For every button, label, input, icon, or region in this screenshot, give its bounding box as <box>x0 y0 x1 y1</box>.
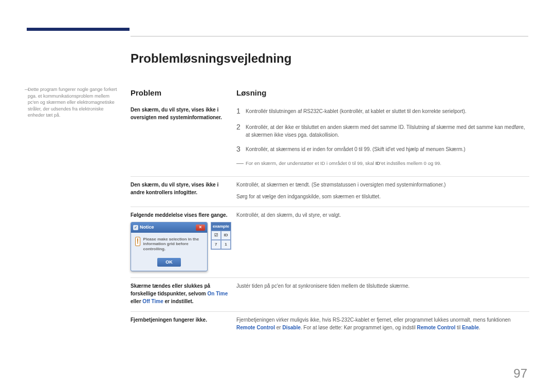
example-cell: ID <box>221 231 231 240</box>
problem-text: Følgende meddelelse vises flere gange. <box>131 212 227 218</box>
sol-seg: er <box>275 325 282 330</box>
problem-text: Den skærm, du vil styre, vises ikke i ov… <box>131 106 236 170</box>
problem-text: Den skærm, du vil styre, vises ikke i an… <box>131 181 236 200</box>
sol-seg: Fjernbetjeningen virker muligvis ikke, h… <box>236 317 511 323</box>
remote-control-label: Remote Control <box>417 325 455 330</box>
header-accent-bar <box>27 28 130 31</box>
dialog-footer: OK <box>131 256 207 271</box>
remote-control-label: Remote Control <box>236 325 275 330</box>
on-time-label: On Time <box>208 291 228 296</box>
solution-text: Sørg for at vælge den indgangskilde, som… <box>236 193 529 200</box>
dialog-icon: ✓ <box>133 225 138 230</box>
example-cell: 7 <box>211 240 221 249</box>
column-header-solution: Løsning <box>236 88 266 97</box>
sol-seg: . For at løse dette: Kør programmet igen… <box>301 325 417 330</box>
note-post: 'et indstilles mellem 0 og 99. <box>380 160 441 166</box>
disable-label: Disable <box>282 325 301 330</box>
solution-text: Kontrollér, at skærmen er tændt. (Se str… <box>236 181 529 189</box>
ok-button: OK <box>157 258 181 267</box>
step-number: 2 <box>236 122 246 139</box>
table-row: Følgende meddelelse vises flere gange. ✓… <box>131 207 529 278</box>
solution-text: Justér tiden på pc'en for at synkroniser… <box>236 282 529 290</box>
troubleshooting-table: Den skærm, du vil styre, vises ikke i ov… <box>131 102 529 338</box>
solution-cell: Fjernbetjeningen virker muligvis ikke, h… <box>236 316 529 331</box>
dash-icon <box>236 163 244 164</box>
off-time-label: Off Time <box>142 298 163 304</box>
solution-text: Kontrollér, at den skærm, du vil styre, … <box>236 211 529 219</box>
dialog-body: ! Please make selection in the informati… <box>131 233 207 256</box>
page-number: 97 <box>513 366 527 381</box>
table-row: Fjernbetjeningen fungerer ikke. Fjernbet… <box>131 312 529 338</box>
dialog-screenshot: ✓ Notice × ! Please make selection in th… <box>131 222 231 271</box>
step-number: 3 <box>236 144 246 155</box>
column-header-problem: Problem <box>131 88 161 97</box>
note-pre: For en skærm, der understøtter et ID i o… <box>246 160 375 166</box>
dialog-message: Please make selection in the information… <box>143 237 203 252</box>
problem-post: er indstillet. <box>163 298 194 304</box>
example-cell: 1 <box>221 240 231 249</box>
solution-step: 1 Kontrollér tilslutningen af RS232C-kab… <box>236 106 529 117</box>
solution-cell: Kontrollér, at den skærm, du vil styre, … <box>236 211 529 271</box>
table-row: Den skærm, du vil styre, vises ikke i an… <box>131 177 529 207</box>
note-bold: ID <box>375 160 380 166</box>
example-panel: example ☑ ID 7 1 <box>211 222 231 250</box>
step-text: Kontrollér tilslutningen af RS232C-kable… <box>246 106 529 117</box>
problem-pre: Skærme tændes eller slukkes på forskelli… <box>131 283 210 296</box>
margin-note: ― Dette program fungerer nogle gange for… <box>28 86 120 119</box>
step-text: Kontrollér, at skærmens id er inden for … <box>246 144 529 155</box>
example-cell: ☑ <box>211 231 221 240</box>
example-label: example <box>211 222 231 231</box>
margin-note-text: Dette program fungerer nogle gange forke… <box>28 87 117 118</box>
solution-rich-text: Fjernbetjeningen virker muligvis ikke, h… <box>236 316 529 331</box>
solution-step: 3 Kontrollér, at skærmens id er inden fo… <box>236 144 529 155</box>
problem-text: Fjernbetjeningen fungerer ikke. <box>131 316 236 331</box>
step-number: 1 <box>236 106 246 117</box>
dialog-titlebar: ✓ Notice × <box>131 222 207 233</box>
notice-dialog: ✓ Notice × ! Please make selection in th… <box>131 222 208 271</box>
enable-label: Enable <box>462 325 479 330</box>
header-rule <box>131 36 528 36</box>
solution-cell: Kontrollér, at skærmen er tændt. (Se str… <box>236 181 529 200</box>
problem-cell: Følgende meddelelse vises flere gange. ✓… <box>131 211 236 271</box>
table-row: Skærme tændes eller slukkes på forskelli… <box>131 278 529 312</box>
page-title: Problemløsningsvejledning <box>131 51 291 66</box>
warning-icon: ! <box>135 237 140 246</box>
footnote: For en skærm, der understøtter et ID i o… <box>236 160 529 167</box>
solution-cell: Justér tiden på pc'en for at synkroniser… <box>236 282 529 305</box>
close-icon: × <box>196 225 205 231</box>
problem-mid: eller <box>131 298 142 304</box>
dialog-title: Notice <box>140 224 154 231</box>
sol-seg: . <box>479 325 480 330</box>
footnote-text: For en skærm, der understøtter et ID i o… <box>246 160 441 167</box>
sol-seg: til <box>455 325 462 330</box>
solution-step: 2 Kontrollér, at der ikke er tilsluttet … <box>236 122 529 139</box>
step-text: Kontrollér, at der ikke er tilsluttet en… <box>246 122 529 139</box>
solution-cell: 1 Kontrollér tilslutningen af RS232C-kab… <box>236 106 529 170</box>
table-row: Den skærm, du vil styre, vises ikke i ov… <box>131 102 529 177</box>
problem-cell: Skærme tændes eller slukkes på forskelli… <box>131 282 236 305</box>
